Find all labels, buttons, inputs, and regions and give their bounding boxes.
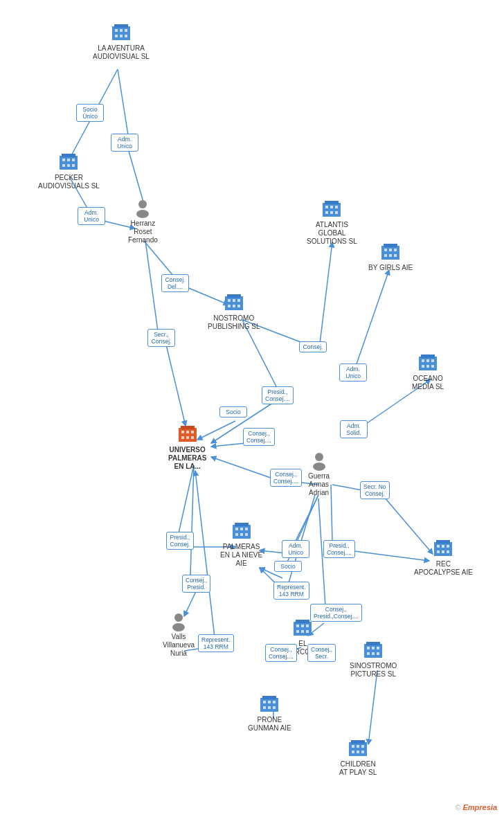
svg-rect-75 [323,203,341,217]
svg-rect-120 [301,625,304,627]
badge-adm-unico-4: Adm.Unico [282,540,309,558]
svg-rect-113 [447,545,449,548]
building-icon-oceano [416,350,440,373]
svg-rect-150 [361,751,364,753]
svg-line-11 [353,270,389,374]
svg-rect-91 [419,357,437,370]
svg-point-57 [138,200,147,208]
badge-adm-unico-1: Adm.Unico [111,134,138,152]
node-universo: UNIVERSOPALMERASEN LA... [168,421,206,471]
svg-rect-89 [389,254,392,257]
label-universo: UNIVERSOPALMERASEN LA... [168,446,206,471]
node-pecker: PECKERAUDIOVISUALS SL [38,149,100,190]
svg-line-8 [166,345,186,426]
badge-consej-presid-secr: Consej.,Presid.,Consej.... [310,604,362,622]
badge-represent-143-1: Represent.143 RRM [273,582,309,600]
node-atlantis: ATLANTISGLOBALSOLUTIONS SL [307,196,357,246]
svg-rect-97 [426,365,429,368]
svg-line-26 [195,471,215,637]
building-icon-children [346,735,370,759]
svg-rect-74 [191,436,194,439]
svg-rect-43 [115,29,118,32]
svg-rect-87 [394,249,397,251]
svg-rect-80 [325,211,328,214]
svg-rect-126 [366,642,380,645]
node-nostromo: NOSTROMOPUBLISHING SL [208,289,260,331]
svg-rect-71 [191,431,194,433]
person-icon-valls [168,611,189,631]
building-icon-sinostromo [361,637,385,661]
label-guerra: GuerraArmasAdrian [308,472,330,497]
svg-rect-62 [233,299,235,302]
badge-adm-unico-3: Adm.Unico [339,363,367,381]
svg-rect-98 [431,365,434,368]
svg-rect-145 [352,745,354,748]
svg-line-31 [331,485,332,541]
svg-rect-107 [240,533,243,536]
svg-rect-122 [296,630,299,633]
svg-rect-96 [422,365,424,368]
svg-rect-114 [437,550,440,553]
svg-rect-45 [125,29,127,32]
svg-rect-108 [245,533,248,536]
svg-rect-135 [260,698,278,712]
svg-rect-111 [437,545,440,548]
svg-line-23 [190,465,194,576]
node-sinostromo: SINOSTROMOPICTURES SL [350,637,397,679]
svg-rect-148 [352,751,354,753]
svg-rect-48 [125,35,127,37]
person-icon-guerra [309,450,330,471]
label-valls: VallsVillanuevaNuria [163,633,195,658]
svg-rect-54 [62,164,65,167]
svg-point-58 [136,210,149,218]
badge-secr-no-consej: Secr. NoConsej. [360,481,390,499]
svg-rect-90 [394,254,397,257]
svg-line-1 [118,69,128,135]
svg-rect-101 [233,525,251,539]
svg-rect-53 [72,159,75,161]
badge-consej-consej-2: Consej.,Consej.... [270,469,302,487]
svg-rect-60 [227,294,241,298]
svg-rect-72 [181,436,184,439]
building-icon-universo [176,421,199,445]
svg-rect-77 [325,206,328,208]
svg-rect-121 [306,625,309,627]
svg-rect-66 [237,305,240,307]
svg-rect-61 [228,299,231,302]
svg-rect-88 [384,254,387,257]
svg-rect-136 [262,696,276,699]
label-atlantis: ATLANTISGLOBALSOLUTIONS SL [307,221,357,246]
svg-rect-129 [377,647,379,649]
label-by-girls: BY GIRLS AIE [368,264,413,272]
badge-represent-143-2: Represent.143 RRM [198,634,234,652]
badge-adm-unico-2: Adm.Unico [78,207,105,225]
brand-name: Empresia [462,803,497,811]
node-palmeras: PALMERASEN LA NIEVEAIE [220,518,262,568]
svg-rect-128 [372,647,375,649]
svg-line-21 [179,465,194,533]
svg-rect-115 [442,550,444,553]
svg-rect-132 [377,652,379,655]
svg-rect-125 [364,644,382,658]
svg-rect-106 [235,533,238,536]
svg-rect-44 [120,29,123,32]
label-prone: PRONEGUNMAN AIE [248,716,291,733]
svg-rect-104 [240,528,243,530]
svg-rect-67 [179,428,197,442]
node-by-girls: BY GIRLS AIE [368,239,413,272]
svg-rect-141 [268,706,271,709]
building-icon-by-girls [379,239,402,262]
svg-rect-95 [431,359,434,362]
node-children: CHILDRENAT PLAY SL [339,735,377,777]
node-prone: PRONEGUNMAN AIE [248,691,291,733]
svg-rect-63 [237,299,240,302]
svg-point-133 [174,613,183,622]
building-icon-nostromo [222,289,246,313]
svg-rect-123 [301,630,304,633]
diagram-container: LA AVENTURA AUDIOVISUAL SL PECKERAUDIOVI… [0,0,504,817]
label-rec: RECAPOCALYPSE AIE [414,560,473,577]
svg-rect-110 [436,540,450,544]
svg-rect-127 [367,647,370,649]
label-palmeras: PALMERASEN LA NIEVEAIE [220,543,262,568]
svg-rect-56 [72,164,75,167]
